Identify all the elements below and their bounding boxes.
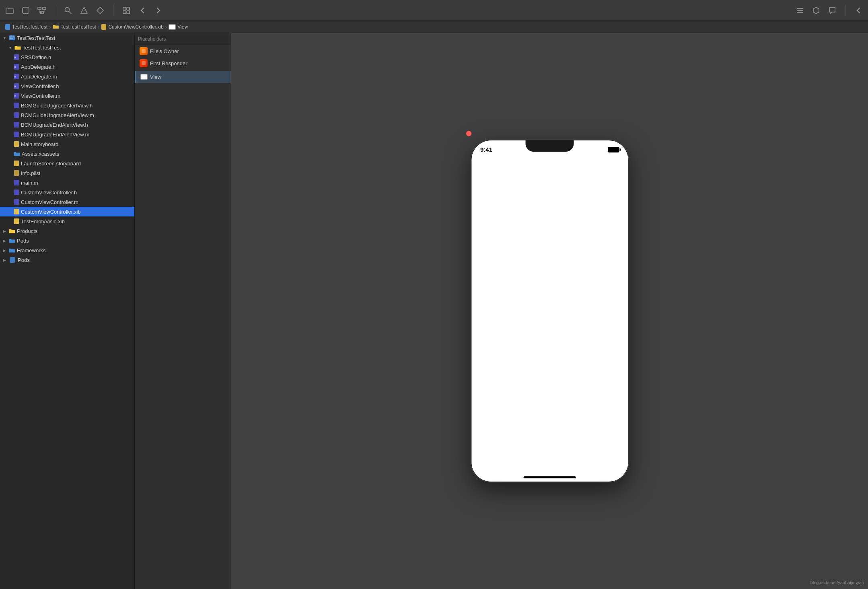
file-customvc-m-label: CustomViewController.m bbox=[21, 199, 78, 205]
root-project[interactable]: ▾ TestTestTestTest bbox=[0, 33, 134, 43]
h-file-icon-4 bbox=[14, 102, 19, 109]
view-item[interactable]: View bbox=[135, 71, 231, 83]
svg-rect-34 bbox=[14, 103, 19, 108]
breadcrumb-item-1[interactable]: TestTestTestTest bbox=[12, 24, 47, 30]
root-disclosure[interactable]: ▾ bbox=[2, 35, 7, 41]
products-disclosure[interactable]: ▶ bbox=[2, 228, 7, 234]
products-group[interactable]: ▶ Products bbox=[0, 226, 134, 236]
file-viewcontroller-h-label: ViewController.h bbox=[21, 83, 59, 89]
hierarchy-icon[interactable] bbox=[37, 6, 47, 15]
canvas-area[interactable]: 9:41 blog.csdn.net/yanhaijunyan bbox=[231, 33, 868, 589]
file-infoplist[interactable]: Info.plist bbox=[0, 168, 134, 178]
svg-rect-47 bbox=[142, 49, 146, 53]
h-file-icon: H bbox=[14, 54, 19, 60]
file-customvc-h[interactable]: CustomViewController.h bbox=[0, 187, 134, 197]
pods-disclosure-2[interactable]: ▶ bbox=[2, 257, 7, 263]
comment-icon[interactable] bbox=[827, 6, 837, 15]
files-owner-label: File's Owner bbox=[150, 48, 179, 54]
watermark: blog.csdn.net/yanhaijunyan bbox=[810, 580, 864, 585]
file-viewcontroller-m[interactable]: M ViewController.m bbox=[0, 91, 134, 101]
file-customvc-xib[interactable]: CustomViewController.xib bbox=[0, 207, 134, 216]
storyboard-icon-1 bbox=[14, 141, 19, 147]
file-launchscreen-label: LaunchScreen.storyboard bbox=[21, 161, 81, 167]
frameworks-label: Frameworks bbox=[17, 247, 46, 253]
files-owner-icon bbox=[140, 47, 148, 55]
first-responder-label: First Responder bbox=[150, 60, 187, 66]
pods-group-1[interactable]: ▶ Pods bbox=[0, 236, 134, 245]
file-viewcontroller-h[interactable]: H ViewController.h bbox=[0, 81, 134, 91]
frameworks-group[interactable]: ▶ Frameworks bbox=[0, 245, 134, 255]
toolbar bbox=[0, 0, 868, 21]
frameworks-disclosure[interactable]: ▶ bbox=[2, 247, 7, 253]
file-appdelegate-h[interactable]: H AppDelegate.h bbox=[0, 62, 134, 72]
pods-disclosure-1[interactable]: ▶ bbox=[2, 238, 7, 243]
svg-text:M: M bbox=[14, 95, 16, 97]
file-bcmupgrade-h-label: BCMUpgradeEndAlertView.h bbox=[21, 122, 88, 128]
warning-icon[interactable] bbox=[79, 6, 89, 15]
svg-text:H: H bbox=[14, 56, 16, 59]
file-bcmguide-m[interactable]: BCMGuideUpgradeAlertView.m bbox=[0, 110, 134, 120]
search-icon[interactable] bbox=[63, 6, 73, 15]
watermark-text: blog.csdn.net/yanhaijunyan bbox=[810, 580, 864, 585]
file-main-m-label: main.m bbox=[21, 180, 38, 186]
file-bcmupgrade-m[interactable]: BCMUpgradeEndAlertView.m bbox=[0, 130, 134, 139]
m-file-icon-5 bbox=[14, 179, 19, 186]
svg-rect-35 bbox=[14, 112, 19, 118]
file-bcmguide-h[interactable]: BCMGuideUpgradeAlertView.h bbox=[0, 101, 134, 110]
breadcrumb-xib[interactable]: CustomViewController.xib bbox=[101, 24, 163, 30]
breadcrumb-folder[interactable]: TestTestTestTest bbox=[53, 24, 96, 30]
file-infoplist-label: Info.plist bbox=[21, 170, 40, 176]
file-bcmupgrade-h[interactable]: BCMUpgradeEndAlertView.h bbox=[0, 120, 134, 130]
root-project-label: TestTestTestTest bbox=[17, 35, 55, 41]
svg-rect-38 bbox=[14, 141, 19, 147]
svg-text:H: H bbox=[14, 66, 16, 68]
file-customvc-m[interactable]: CustomViewController.m bbox=[0, 197, 134, 207]
file-main-m[interactable]: main.m bbox=[0, 178, 134, 187]
diamond-icon[interactable] bbox=[95, 6, 105, 15]
nav-forward-icon[interactable] bbox=[154, 6, 163, 15]
view-item-label: View bbox=[150, 74, 161, 80]
file-viewcontroller-m-label: ViewController.m bbox=[21, 93, 60, 99]
m-file-icon-4 bbox=[14, 131, 19, 138]
products-folder-icon bbox=[9, 229, 15, 234]
file-appdelegate-m[interactable]: M AppDelegate.m bbox=[0, 72, 134, 81]
breadcrumb-view[interactable]: View bbox=[169, 24, 188, 30]
svg-rect-40 bbox=[14, 170, 19, 176]
file-launchscreen[interactable]: LaunchScreen.storyboard bbox=[0, 159, 134, 168]
toolbar-sep-1 bbox=[55, 5, 55, 16]
group-folder[interactable]: ▾ TestTestTestTest bbox=[0, 43, 134, 52]
svg-rect-19 bbox=[101, 24, 106, 30]
phone-time: 9:41 bbox=[480, 146, 492, 153]
m-file-icon-6 bbox=[14, 199, 19, 205]
svg-rect-13 bbox=[123, 11, 126, 14]
pods-group-2[interactable]: ▶ Pods bbox=[0, 255, 134, 265]
phone-frame: 9:41 bbox=[471, 140, 629, 482]
group-disclosure[interactable]: ▾ bbox=[7, 45, 13, 50]
breadcrumb-sep-1: › bbox=[49, 24, 51, 30]
stop-icon[interactable] bbox=[21, 6, 31, 15]
grid-view-icon[interactable] bbox=[121, 6, 131, 15]
files-owner-item[interactable]: File's Owner bbox=[135, 45, 231, 57]
hexagon-icon[interactable] bbox=[811, 6, 821, 15]
svg-rect-22 bbox=[10, 37, 14, 37]
group-folder-icon bbox=[14, 45, 21, 50]
h-file-icon-2: H bbox=[14, 64, 19, 70]
file-testempty-xib[interactable]: TestEmptyVisio.xib bbox=[0, 216, 134, 226]
svg-rect-46 bbox=[10, 257, 15, 263]
breadcrumb-sep-2: › bbox=[98, 24, 100, 30]
svg-rect-39 bbox=[14, 161, 19, 166]
project-icon bbox=[9, 35, 15, 41]
folder-open-icon[interactable] bbox=[5, 6, 14, 15]
nav-back-icon[interactable] bbox=[138, 6, 147, 15]
file-srsd[interactable]: H SRSDefine.h bbox=[0, 52, 134, 62]
file-testempty-xib-label: TestEmptyVisio.xib bbox=[21, 218, 65, 224]
file-assets[interactable]: Assets.xcassets bbox=[0, 149, 134, 159]
list-icon[interactable] bbox=[795, 6, 805, 15]
panel-collapse-icon[interactable] bbox=[854, 6, 863, 15]
pods-label-1: Pods bbox=[17, 238, 29, 244]
canvas-close-button[interactable] bbox=[466, 131, 471, 136]
first-responder-icon bbox=[140, 59, 148, 67]
file-main-storyboard[interactable]: Main.storyboard bbox=[0, 139, 134, 149]
first-responder-item[interactable]: First Responder bbox=[135, 57, 231, 69]
breadcrumb-sep-3: › bbox=[165, 24, 167, 30]
